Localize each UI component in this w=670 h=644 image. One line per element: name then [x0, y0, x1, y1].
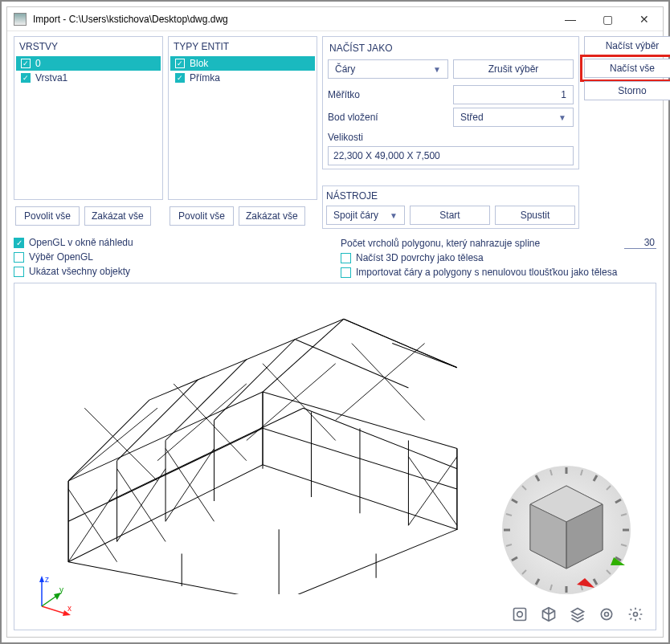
scale-label: Měřítko: [328, 89, 448, 100]
svg-line-6: [336, 344, 425, 421]
preview-panel: z y x: [14, 283, 656, 630]
spline-points-row: Počet vrcholů polygonu, který nahrazuje …: [341, 237, 656, 249]
zoom-extents-icon[interactable]: [511, 605, 529, 623]
entities-panel: TYPY ENTIT Blok Přímka Povolit vše: [168, 36, 317, 229]
checkbox-icon[interactable]: [175, 59, 185, 68]
svg-line-3: [174, 384, 247, 461]
checkbox-icon: [14, 238, 24, 248]
svg-line-7: [352, 344, 425, 421]
svg-point-68: [601, 609, 611, 619]
axis-y-label: y: [59, 585, 63, 594]
entities-disable-all-button[interactable]: Zakázat vše: [239, 206, 305, 226]
checkbox-icon: [14, 267, 24, 277]
cancel-selection-button[interactable]: Zrušit výběr: [453, 59, 574, 79]
target-icon[interactable]: [598, 605, 615, 623]
side-buttons: Načíst výběr Načíst vše Storno: [584, 36, 670, 229]
checkbox-icon: [341, 253, 351, 263]
svg-line-1: [84, 408, 157, 481]
load-type-value: Čáry: [335, 63, 355, 75]
titlebar: Import - C:\Users\kstichova\Desktop\dwg.…: [7, 7, 663, 31]
layers-panel: VRSTVY 0 Vrstva1 Povolit vše Z: [14, 36, 163, 229]
list-item-label: Vrstva1: [35, 72, 67, 84]
load-surfaces-label: Načíst 3D povrchy jako tělesa: [356, 252, 484, 263]
opengl-select-checkbox[interactable]: Výběr OpenGL: [14, 251, 329, 263]
show-all-checkbox[interactable]: Ukázat všechny objekty: [14, 266, 329, 277]
tools-panel: NÁSTROJE Spojit čáry ▼ Start Spustit: [322, 185, 579, 229]
list-item-label: 0: [35, 58, 41, 69]
svg-marker-29: [39, 576, 44, 582]
show-all-label: Ukázat všechny objekty: [29, 266, 130, 277]
scale-input[interactable]: 1: [453, 85, 574, 104]
tools-run-button[interactable]: Spustit: [495, 206, 575, 225]
checkbox-icon: [341, 267, 351, 278]
list-item-label: Přímka: [190, 72, 220, 84]
list-item[interactable]: Blok: [170, 56, 315, 71]
checkbox-icon[interactable]: [175, 73, 185, 83]
opengl-preview-checkbox[interactable]: OpenGL v okně náhledu: [14, 237, 329, 248]
checkbox-icon[interactable]: [21, 73, 31, 83]
size-label: Velikosti: [328, 132, 574, 143]
checkbox-icon[interactable]: [21, 59, 31, 68]
svg-line-0: [68, 408, 157, 481]
minimize-button[interactable]: —: [552, 7, 589, 31]
insert-label: Bod vložení: [328, 112, 448, 123]
gear-icon[interactable]: [627, 605, 644, 623]
preview-canvas[interactable]: z y x: [18, 287, 652, 626]
insert-combo[interactable]: Střed ▼: [453, 108, 574, 127]
import-lines-label: Importovat čáry a polygony s nenulovou t…: [356, 267, 617, 278]
tools-combo-value: Spojit čáry: [333, 210, 378, 221]
box-icon[interactable]: [540, 605, 558, 623]
import-lines-checkbox[interactable]: Importovat čáry a polygony s nenulovou t…: [341, 267, 656, 278]
axes-gizmo: z y x: [27, 573, 76, 620]
axis-z-label: z: [45, 575, 49, 584]
spline-input[interactable]: 30: [624, 237, 656, 249]
svg-rect-66: [514, 609, 526, 621]
spline-label: Počet vrcholů polygonu, který nahrazuje …: [341, 238, 540, 249]
list-item[interactable]: 0: [16, 56, 161, 71]
close-button[interactable]: ✕: [626, 7, 663, 31]
layers-icon[interactable]: [569, 605, 586, 623]
load-column: NAČÍST JAKO Čáry ▼ Zrušit výběr Měřítko …: [322, 36, 579, 229]
cancel-button[interactable]: Storno: [584, 81, 670, 100]
axis-x-label: x: [67, 604, 71, 613]
tools-start-button[interactable]: Start: [410, 206, 490, 225]
entities-list: Blok Přímka: [170, 56, 315, 198]
load-title: NAČÍST JAKO: [328, 40, 574, 56]
list-item[interactable]: Přímka: [170, 71, 315, 85]
list-item[interactable]: Vrstva1: [16, 71, 161, 85]
opengl-preview-label: OpenGL v okně náhledu: [29, 237, 133, 248]
svg-line-5: [263, 364, 336, 441]
layers-list: 0 Vrstva1: [16, 56, 161, 198]
load-surfaces-checkbox[interactable]: Načíst 3D povrchy jako tělesa: [341, 252, 656, 263]
opengl-select-label: Výběr OpenGL: [29, 251, 93, 263]
layers-disable-all-button[interactable]: Zakázat vše: [84, 206, 151, 226]
load-all-button[interactable]: Načíst vše: [584, 59, 670, 78]
layers-enable-all-button[interactable]: Povolit vše: [15, 206, 80, 226]
chevron-down-icon: ▼: [433, 65, 441, 74]
size-value: 22,300 X 49,000 X 7,500: [328, 146, 574, 165]
chevron-down-icon: ▼: [390, 211, 398, 220]
view-cube[interactable]: [490, 458, 643, 594]
layers-title: VRSTVY: [16, 39, 161, 56]
app-icon: [14, 13, 27, 26]
maximize-button[interactable]: ▢: [589, 7, 626, 31]
window-title: Import - C:\Users\kstichova\Desktop\dwg.…: [33, 14, 552, 25]
tools-title: NÁSTROJE: [325, 188, 577, 204]
load-selection-button[interactable]: Načíst výběr: [584, 36, 670, 55]
svg-point-69: [605, 613, 609, 617]
options-row: OpenGL v okně náhledu Výběr OpenGL Ukáza…: [14, 234, 656, 278]
load-type-combo[interactable]: Čáry ▼: [328, 59, 448, 79]
entities-title: TYPY ENTIT: [170, 39, 315, 56]
insert-value: Střed: [460, 112, 484, 123]
tools-combo[interactable]: Spojit čáry ▼: [326, 206, 405, 225]
svg-point-67: [517, 612, 523, 618]
svg-point-70: [634, 613, 638, 617]
chevron-down-icon: ▼: [558, 113, 566, 122]
entities-enable-all-button[interactable]: Povolit vše: [170, 206, 234, 226]
wireframe-model: [34, 287, 492, 594]
list-item-label: Blok: [190, 58, 208, 69]
preview-toolbar: [511, 605, 644, 623]
svg-line-2: [157, 384, 247, 461]
checkbox-icon: [14, 252, 24, 263]
